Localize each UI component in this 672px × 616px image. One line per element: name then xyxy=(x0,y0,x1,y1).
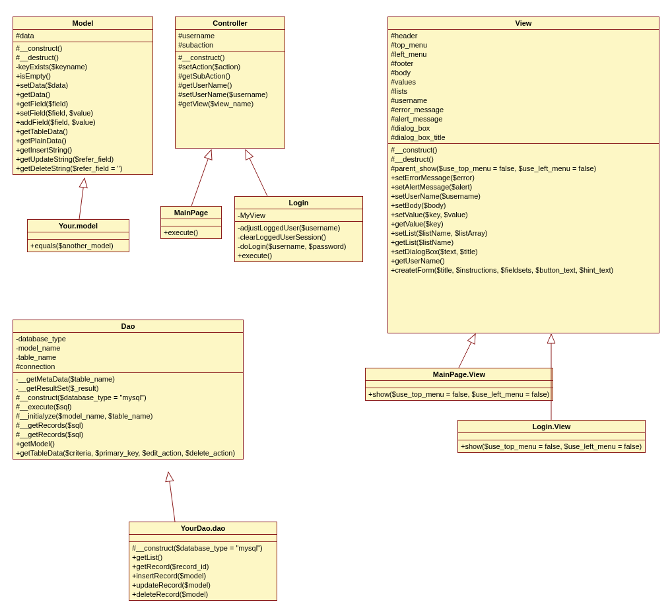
member-line: +getModel() xyxy=(16,439,240,448)
member-line: +getInsertString() xyxy=(16,145,150,154)
member-line: #__construct() xyxy=(178,53,282,62)
class-attrs: #data xyxy=(13,30,152,42)
member-line: #getView($view_name) xyxy=(178,99,282,108)
class-ops: #__construct()#__destruct()-keyExists($k… xyxy=(13,42,152,174)
member-line: #__construct($database_type = "mysql") xyxy=(132,543,274,553)
member-line: +setList($listName, $listArray) xyxy=(391,228,656,238)
member-line: #body xyxy=(391,68,656,77)
class-attrs: #username#subaction xyxy=(176,30,285,51)
member-line: -doLogin($username, $password) xyxy=(238,242,360,251)
class-ops: #__construct()#setAction($action)#getSub… xyxy=(176,51,285,110)
class-yourdao: YourDao.dao #__construct($database_type … xyxy=(129,522,277,601)
member-line: -model_name xyxy=(16,343,240,353)
member-line: #connection xyxy=(16,362,240,371)
class-attrs xyxy=(28,232,129,240)
member-line: +getPlainData() xyxy=(16,136,150,145)
class-attrs: -MyView xyxy=(235,209,362,222)
class-ops: -__getMetaData($table_name)-__getResultS… xyxy=(13,373,243,459)
member-line: +getTableData($criteria, $primary_key, $… xyxy=(16,448,240,458)
member-line: +getUpdateString($refer_field) xyxy=(16,154,150,164)
member-line: +createtForm($title, $instructions, $fie… xyxy=(391,265,656,275)
member-line: #values xyxy=(391,77,656,86)
member-line: #__initialyze($model_name, $table_name) xyxy=(16,411,240,421)
class-title: Model xyxy=(13,17,152,30)
class-attrs xyxy=(129,535,277,542)
class-title: View xyxy=(388,17,659,30)
member-line: #alert_message xyxy=(391,114,656,123)
class-ops: #__construct($database_type = "mysql")+g… xyxy=(129,542,277,600)
member-line: #header xyxy=(391,31,656,40)
member-line: +equals($another_model) xyxy=(30,241,126,250)
svg-line-2 xyxy=(246,150,267,196)
class-attrs xyxy=(161,219,221,226)
member-line: -__getResultSet($_result) xyxy=(16,384,240,393)
member-line: +updateRecord($model) xyxy=(132,580,274,590)
class-attrs xyxy=(458,433,645,440)
member-line: +show($use_top_menu = false, $use_left_m… xyxy=(461,442,642,451)
svg-line-3 xyxy=(459,334,475,368)
member-line: -adjustLoggedUser($username) xyxy=(238,223,360,232)
class-ops: #__construct()#__destruct()#parent_show(… xyxy=(388,144,659,276)
member-line: +deleteRecord($model) xyxy=(132,590,274,599)
member-line: #username xyxy=(178,31,282,40)
member-line: #__construct() xyxy=(391,145,656,154)
member-line: -database_type xyxy=(16,334,240,343)
class-ops: -adjustLoggedUser($username)-clearLogged… xyxy=(235,222,362,261)
member-line: +getRecord($record_id) xyxy=(132,562,274,571)
class-mainpage-view: MainPage.View +show($use_top_menu = fals… xyxy=(365,368,553,401)
member-line: #setAction($action) xyxy=(178,62,282,71)
member-line: +getData() xyxy=(16,90,150,99)
class-title: Dao xyxy=(13,320,243,333)
member-line: +getField($field) xyxy=(16,99,150,108)
member-line: +getList($listName) xyxy=(391,238,656,247)
member-line: #dialog_box xyxy=(391,123,656,133)
member-line: +addField($field, $value) xyxy=(16,118,150,127)
member-line: #getUserName() xyxy=(178,81,282,90)
member-line: -MyView xyxy=(238,211,360,220)
class-mainpage: MainPage +execute() xyxy=(160,206,222,239)
member-line: #parent_show($use_top_menu = false, $use… xyxy=(391,164,656,173)
class-title: Controller xyxy=(176,17,285,30)
class-ops: +show($use_top_menu = false, $use_left_m… xyxy=(458,440,645,452)
member-line: #__getRecords($sql) xyxy=(16,421,240,430)
member-line: #dialog_box_title xyxy=(391,133,656,142)
member-line: +getList() xyxy=(132,553,274,562)
class-controller: Controller #username#subaction #__constr… xyxy=(175,17,285,149)
member-line: -clearLoggedUserSession() xyxy=(238,232,360,242)
class-attrs xyxy=(366,381,553,388)
class-view: View #header#top_menu#left_menu#footer#b… xyxy=(387,17,659,333)
member-line: +setUserName($username) xyxy=(391,191,656,201)
class-title: Login xyxy=(235,197,362,209)
class-ops: +execute() xyxy=(161,226,221,238)
member-line: #left_menu xyxy=(391,50,656,59)
member-line: +getValue($key) xyxy=(391,219,656,228)
member-line: +setField($field, $value) xyxy=(16,108,150,118)
member-line: #__getRecords($sql) xyxy=(16,430,240,439)
class-title: MainPage.View xyxy=(366,368,553,381)
member-line: -__getMetaData($table_name) xyxy=(16,374,240,384)
member-line: +execute() xyxy=(238,251,360,260)
class-attrs: #header#top_menu#left_menu#footer#body#v… xyxy=(388,30,659,144)
member-line: +setBody($body) xyxy=(391,201,656,210)
class-ops: +show($use_top_menu = false, $use_left_m… xyxy=(366,388,553,400)
member-line: #top_menu xyxy=(391,40,656,50)
member-line: #lists xyxy=(391,86,656,96)
member-line: +setData($data) xyxy=(16,81,150,90)
class-dao: Dao -database_type-model_name-table_name… xyxy=(13,320,244,460)
member-line: +isEmpty() xyxy=(16,71,150,81)
member-line: #__construct($database_type = "mysql") xyxy=(16,393,240,402)
member-line: +execute() xyxy=(164,228,218,237)
svg-line-1 xyxy=(191,150,211,206)
class-your-model: Your.model +equals($another_model) xyxy=(27,219,129,252)
class-login: Login -MyView -adjustLoggedUser($usernam… xyxy=(234,196,363,262)
class-attrs: -database_type-model_name-table_name#con… xyxy=(13,333,243,373)
member-line: #error_message xyxy=(391,105,656,114)
member-line: +show($use_top_menu = false, $use_left_m… xyxy=(368,390,550,399)
member-line: +setErrorMessage($error) xyxy=(391,173,656,182)
member-line: #footer xyxy=(391,59,656,68)
class-ops: +equals($another_model) xyxy=(28,240,129,252)
member-line: +getUserName() xyxy=(391,256,656,265)
member-line: +setValue($key, $value) xyxy=(391,210,656,219)
member-line: +setAlertMessage($alert) xyxy=(391,182,656,191)
member-line: #setUserName($username) xyxy=(178,90,282,99)
